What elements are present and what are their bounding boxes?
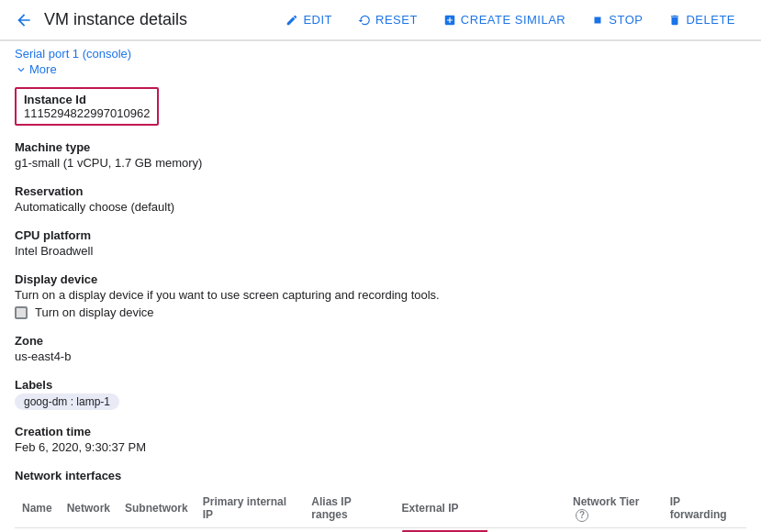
table-row: nic0 default default 10.150.0.2 — 35.221… [15, 527, 746, 532]
cpu-platform-value: Intel Broadwell [15, 244, 746, 258]
display-device-description: Turn on a display device if you want to … [15, 288, 746, 302]
header: VM instance details EDIT RESET CREATE SI… [0, 0, 761, 40]
col-subnetwork: Subnetwork [118, 490, 196, 527]
labels-label: Labels [15, 378, 746, 392]
instance-id-value: 1115294822997010962 [24, 106, 150, 120]
serial-port-link[interactable]: Serial port 1 (console) [15, 47, 746, 61]
col-alias-ip-ranges: Alias IP ranges [304, 490, 394, 527]
content: Instance Id 1115294822997010962 Machine … [0, 76, 761, 532]
instance-id-group: Instance Id 1115294822997010962 [15, 87, 746, 126]
back-button[interactable] [15, 11, 33, 29]
subheader: Serial port 1 (console) More [0, 41, 761, 76]
stop-button[interactable]: STOP [580, 7, 654, 32]
cpu-platform-group: CPU platform Intel Broadwell [15, 228, 746, 258]
instance-id-label: Instance Id [24, 93, 150, 106]
delete-button[interactable]: DELETE [657, 7, 746, 32]
col-external-ip: External IP [395, 490, 565, 527]
zone-label: Zone [15, 334, 746, 348]
labels-group: Labels goog-dm : lamp-1 [15, 378, 746, 410]
creation-time-value: Feb 6, 2020, 9:30:37 PM [15, 440, 746, 454]
create-similar-button[interactable]: CREATE SIMILAR [432, 7, 576, 32]
display-device-checkbox-label: Turn on display device [35, 305, 154, 319]
col-network-tier: Network Tier ? [565, 490, 663, 527]
svg-rect-0 [595, 17, 601, 23]
row-primary-internal-ip: 10.150.0.2 [196, 527, 305, 532]
display-device-checkbox[interactable] [15, 306, 28, 319]
col-ip-forwarding: IP forwarding [663, 490, 746, 527]
display-device-checkbox-row: Turn on display device [15, 305, 746, 319]
machine-type-group: Machine type g1-small (1 vCPU, 1.7 GB me… [15, 140, 746, 170]
col-primary-internal-ip: Primary internal IP [196, 490, 305, 527]
creation-time-label: Creation time [15, 425, 746, 438]
row-network: default [60, 527, 118, 532]
row-name: nic0 [15, 527, 60, 532]
zone-value: us-east4-b [15, 349, 746, 363]
zone-group: Zone us-east4-b [15, 334, 746, 363]
page-title: VM instance details [44, 10, 274, 29]
col-name: Name [15, 490, 60, 527]
reset-button[interactable]: RESET [347, 7, 429, 32]
table-body: nic0 default default 10.150.0.2 — 35.221… [15, 527, 746, 532]
machine-type-value: g1-small (1 vCPU, 1.7 GB memory) [15, 156, 746, 170]
row-network-tier: Premium [565, 527, 663, 532]
network-interfaces-title: Network interfaces [15, 469, 746, 482]
network-tier-help-icon[interactable]: ? [576, 509, 588, 522]
display-device-group: Display device Turn on a display device … [15, 272, 746, 319]
cpu-platform-label: CPU platform [15, 228, 746, 242]
network-interfaces-table: Name Network Subnetwork Primary internal… [15, 490, 746, 532]
reservation-group: Reservation Automatically choose (defaul… [15, 184, 746, 214]
instance-id-box: Instance Id 1115294822997010962 [15, 87, 159, 126]
edit-button[interactable]: EDIT [274, 7, 343, 32]
table-header-row: Name Network Subnetwork Primary internal… [15, 490, 746, 527]
network-interfaces-section: Network interfaces Name Network Subnetwo… [15, 469, 746, 532]
display-device-label: Display device [15, 272, 746, 286]
row-ip-forwarding: Off [663, 527, 746, 532]
reservation-label: Reservation [15, 184, 746, 198]
row-external-ip: 35.221.43.159 (ephemeral) [395, 527, 565, 532]
machine-type-label: Machine type [15, 140, 746, 154]
more-link[interactable]: More [15, 62, 746, 76]
reservation-value: Automatically choose (default) [15, 200, 746, 214]
row-subnetwork: default [118, 527, 196, 532]
creation-time-group: Creation time Feb 6, 2020, 9:30:37 PM [15, 425, 746, 454]
label-chip: goog-dm : lamp-1 [15, 393, 119, 410]
toolbar: EDIT RESET CREATE SIMILAR STOP DELETE [274, 7, 746, 32]
row-alias-ip-ranges: — [304, 527, 394, 532]
table-header: Name Network Subnetwork Primary internal… [15, 490, 746, 527]
col-network: Network [60, 490, 118, 527]
